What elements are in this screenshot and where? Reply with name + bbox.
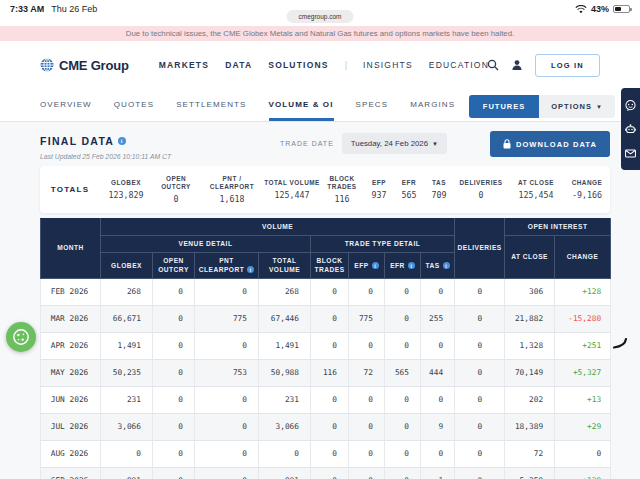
totals-cell-efr: EFR565 — [394, 179, 424, 200]
col-header-tas: TASi — [421, 253, 455, 278]
totals-value: 565 — [402, 190, 417, 200]
nav-item-insights[interactable]: INSIGHTS — [363, 60, 413, 70]
trade-date-label: TRADE DATE — [280, 140, 334, 147]
nav-item-solutions[interactable]: SOLUTIONS — [268, 60, 328, 70]
info-icon[interactable]: i — [443, 262, 450, 269]
value-cell: 753 — [195, 359, 259, 386]
col-header-change: CHANGE — [555, 236, 611, 279]
info-icon[interactable]: i — [408, 262, 415, 269]
totals-cell-tas: TAS709 — [424, 179, 454, 200]
alert-banner: Due to technical issues, the CME Globex … — [0, 26, 640, 41]
tab-margins[interactable]: MARGINS — [410, 89, 455, 121]
email-icon[interactable] — [625, 149, 636, 158]
content-area: FINAL DATA i Last Updated 25 Feb 2026 10… — [0, 122, 640, 479]
clock: 7:33 AM — [10, 4, 44, 14]
tab-quotes[interactable]: QUOTES — [114, 89, 154, 121]
value-cell: 18,389 — [505, 413, 555, 440]
cme-logo[interactable]: CME Group — [40, 58, 129, 73]
col-header-total-volume: TOTAL VOLUME — [259, 253, 311, 278]
search-icon[interactable] — [487, 59, 499, 71]
totals-header: BLOCK TRADES — [320, 175, 364, 191]
totals-header: AT CLOSE — [518, 179, 554, 187]
nav-separator: | — [345, 60, 347, 70]
tab-overview[interactable]: OVERVIEW — [40, 89, 92, 121]
battery-icon — [613, 5, 630, 13]
value-cell: 67,446 — [259, 305, 311, 332]
value-cell: 1,328 — [505, 332, 555, 359]
tab-settlements[interactable]: SETTLEMENTS — [176, 89, 246, 121]
value-cell: 0 — [349, 467, 385, 479]
page-title: FINAL DATA — [40, 135, 114, 147]
totals-header: GLOBEX — [111, 179, 141, 187]
value-cell: 231 — [101, 386, 153, 413]
tab-specs[interactable]: SPECS — [356, 89, 389, 121]
nav-item-data[interactable]: DATA — [225, 60, 252, 70]
value-cell: 1 — [421, 467, 455, 479]
value-cell: 0 — [311, 386, 349, 413]
nav-item-markets[interactable]: MARKETS — [159, 60, 209, 70]
value-cell: 981 — [101, 467, 153, 479]
status-time-date: 7:33 AMThu 26 Feb — [10, 4, 97, 14]
value-cell: 3,066 — [259, 413, 311, 440]
change-cell: +128 — [555, 278, 611, 305]
info-icon[interactable]: i — [372, 262, 379, 269]
band-trade-type-detail: TRADE TYPE DETAIL — [311, 236, 455, 253]
trade-date-dropdown[interactable]: Tuesday, 24 Feb 2026▼ — [342, 133, 447, 154]
value-cell: 0 — [421, 332, 455, 359]
table-row-apr-2026: APR 20261,491001,491000001,328+251 — [41, 332, 611, 359]
value-cell: 0 — [349, 278, 385, 305]
page-title-row: FINAL DATA i — [40, 135, 126, 147]
totals-value: 1,618 — [220, 194, 245, 204]
user-icon[interactable] — [511, 59, 523, 71]
bot-icon[interactable] — [625, 124, 636, 135]
alert-text: Due to technical issues, the CME Globex … — [126, 29, 514, 38]
value-cell: 0 — [101, 440, 153, 467]
table-row-aug-2026: AUG 2026000000000720 — [41, 440, 611, 467]
value-cell: 116 — [311, 359, 349, 386]
totals-header: TOTAL VOLUME — [264, 179, 320, 187]
browser-screen: 7:33 AMThu 26 Feb cmegroup.com 43% Due t… — [0, 0, 640, 479]
col-header-efr: EFRi — [385, 253, 421, 278]
globe-icon — [40, 58, 54, 72]
totals-cell-pnt-clearport: PNT / CLEARPORT1,618 — [200, 175, 264, 204]
totals-header: EFR — [402, 179, 416, 187]
value-cell: 3,066 — [101, 413, 153, 440]
value-cell: 0 — [153, 332, 195, 359]
totals-cells: GLOBEX123,829OPEN OUTCRY0PNT / CLEARPORT… — [100, 166, 610, 213]
options-toggle[interactable]: OPTIONS▼ — [539, 95, 615, 118]
value-cell: 0 — [385, 386, 421, 413]
value-cell: 0 — [153, 467, 195, 479]
change-cell: +5,327 — [555, 359, 611, 386]
col-header-pnt-clearport: PNT CLEARPORTi — [195, 253, 259, 278]
band-venue-detail: VENUE DETAIL — [101, 236, 311, 253]
col-header-globex: GLOBEX — [101, 253, 153, 278]
value-cell: 1,491 — [101, 332, 153, 359]
nav-item-education[interactable]: EDUCATION — [429, 60, 489, 70]
table-row-jun-2026: JUN 20262310023100000202+13 — [41, 386, 611, 413]
change-cell: +251 — [555, 332, 611, 359]
value-cell: 0 — [385, 278, 421, 305]
login-button[interactable]: LOG IN — [535, 54, 600, 77]
cookie-consent-button[interactable] — [6, 322, 36, 352]
address-bar[interactable]: cmegroup.com — [287, 10, 354, 23]
info-icon[interactable]: i — [118, 137, 126, 145]
download-data-button[interactable]: DOWNLOAD DATA — [490, 131, 610, 157]
value-cell: 0 — [195, 413, 259, 440]
totals-value: 123,829 — [109, 190, 144, 200]
futures-options-toggle: FUTURES OPTIONS▼ — [469, 95, 615, 118]
change-cell: +13 — [555, 386, 611, 413]
value-cell: 50,988 — [259, 359, 311, 386]
info-icon[interactable]: i — [247, 266, 254, 273]
chat-bubble-icon[interactable] — [625, 100, 636, 111]
month-cell: APR 2026 — [41, 332, 101, 359]
futures-toggle[interactable]: FUTURES — [469, 95, 539, 118]
value-cell: 0 — [455, 440, 505, 467]
tab-volume-oi[interactable]: VOLUME & OI — [269, 89, 334, 121]
change-cell: +29 — [555, 413, 611, 440]
band-open-interest: OPEN INTEREST — [505, 219, 611, 236]
month-cell: MAY 2026 — [41, 359, 101, 386]
value-cell: 0 — [349, 413, 385, 440]
value-cell: 268 — [101, 278, 153, 305]
value-cell: 1,491 — [259, 332, 311, 359]
table-body: FEB 20262680026800000306+128MAR 202666,6… — [41, 278, 611, 479]
